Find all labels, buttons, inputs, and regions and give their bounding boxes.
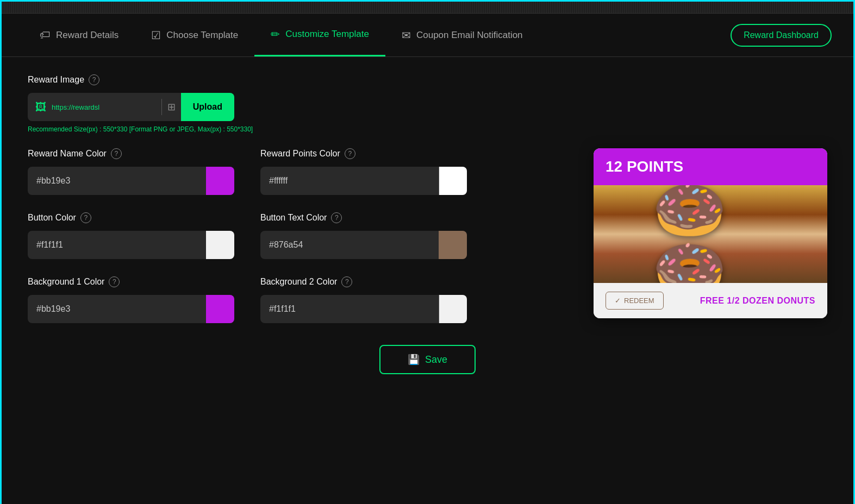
preview-footer: ✓ REDEEM FREE 1/2 DOZEN DONUTS [594, 283, 827, 318]
button-color-help[interactable]: ? [80, 212, 91, 223]
donut-emoji: 🍩🍩🍩 [652, 185, 769, 283]
mail-icon: ✉ [402, 29, 411, 42]
reward-name-color-swatch[interactable] [206, 167, 234, 195]
nav-customize-template[interactable]: ✏ Customize Template [254, 14, 385, 56]
preview-donut-image: 🍩🍩🍩 [594, 185, 827, 283]
button-text-color-swatch[interactable] [439, 231, 467, 259]
button-text-color-field [260, 231, 467, 259]
save-icon: 💾 [408, 354, 420, 366]
redeem-check-icon: ✓ [615, 297, 621, 305]
right-column: Reward Points Color ? Button Text Color … [260, 148, 467, 323]
image-url-icon: 🖼 [35, 101, 46, 114]
background2-color-field [260, 295, 467, 323]
button-text-color-label: Button Text Color [260, 213, 327, 223]
button-color-section: Button Color ? [28, 212, 234, 259]
nav-coupon-email-label: Coupon Email Notification [416, 30, 523, 41]
background2-color-input[interactable] [260, 304, 439, 314]
save-button[interactable]: 💾 Save [379, 345, 476, 374]
reward-points-color-field [260, 167, 467, 195]
reward-points-color-input[interactable] [260, 176, 439, 186]
background1-color-section: Background 1 Color ? [28, 276, 234, 323]
reward-points-color-label: Reward Points Color [260, 149, 340, 159]
button-color-input[interactable] [28, 240, 206, 250]
button-color-swatch[interactable] [206, 231, 234, 259]
button-color-field [28, 231, 234, 259]
button-text-color-section: Button Text Color ? [260, 212, 467, 259]
nav-customize-template-label: Customize Template [285, 29, 369, 40]
upload-url-text: https://rewardsl [52, 103, 99, 111]
reward-points-color-section: Reward Points Color ? [260, 148, 467, 195]
reward-name-color-help[interactable]: ? [111, 148, 122, 159]
nav-reward-details-label: Reward Details [56, 30, 118, 41]
reward-preview-card: 12 POINTS 🍩🍩🍩 ✓ REDEEM FREE 1/2 DOZEN DO… [594, 148, 827, 318]
background1-color-swatch[interactable] [206, 295, 234, 323]
background1-color-label: Background 1 Color [28, 277, 104, 287]
save-button-row: 💾 Save [28, 345, 827, 374]
upload-url-area: 🖼 https://rewardsl [28, 101, 161, 114]
background1-color-help[interactable]: ? [109, 276, 120, 287]
preview-area: 12 POINTS 🍩🍩🍩 ✓ REDEEM FREE 1/2 DOZEN DO… [594, 148, 827, 323]
reward-dashboard-button[interactable]: Reward Dashboard [731, 24, 832, 47]
reward-name-color-section: Reward Name Color ? [28, 148, 234, 195]
button-color-label: Button Color [28, 213, 76, 223]
reward-name-preview: FREE 1/2 DOZEN DONUTS [700, 296, 815, 306]
image-upload-row: 🖼 https://rewardsl ⊞ Upload [28, 93, 234, 121]
checkbox-icon: ☑ [151, 29, 161, 42]
background2-color-help[interactable]: ? [341, 276, 352, 287]
background2-color-label: Background 2 Color [260, 277, 337, 287]
reward-name-color-label: Reward Name Color [28, 149, 107, 159]
background1-color-field [28, 295, 234, 323]
upload-button[interactable]: Upload [181, 93, 234, 121]
preview-points-text: 12 POINTS [606, 158, 815, 175]
redeem-button-label: REDEEM [624, 297, 654, 305]
reward-image-label: Reward Image [28, 75, 84, 85]
top-border [2, 2, 853, 14]
reward-image-section: Reward Image ? [28, 74, 827, 85]
save-button-label: Save [425, 354, 447, 366]
reward-image-help-icon[interactable]: ? [89, 74, 99, 85]
nav-choose-template[interactable]: ☑ Choose Template [135, 14, 254, 56]
background2-color-section: Background 2 Color ? [260, 276, 467, 323]
navigation-bar: 🏷 Reward Details ☑ Choose Template ✏ Cus… [2, 14, 853, 57]
nav-coupon-email[interactable]: ✉ Coupon Email Notification [385, 14, 539, 56]
main-content: Reward Image ? 🖼 https://rewardsl ⊞ Uplo… [2, 57, 853, 504]
nav-choose-template-label: Choose Template [166, 30, 238, 41]
background1-color-input[interactable] [28, 304, 206, 314]
nav-reward-details[interactable]: 🏷 Reward Details [23, 14, 135, 56]
button-text-color-input[interactable] [260, 240, 439, 250]
recommended-size-text: Recommended Size(px) : 550*330 [Format P… [28, 125, 827, 133]
donut-bg: 🍩🍩🍩 [594, 185, 827, 283]
left-column: Reward Name Color ? Button Color ? [28, 148, 234, 323]
reward-points-color-swatch[interactable] [439, 167, 467, 195]
redeem-button[interactable]: ✓ REDEEM [606, 292, 664, 310]
reward-points-color-help[interactable]: ? [345, 148, 355, 159]
background2-color-swatch[interactable] [439, 295, 467, 323]
edit-icon: ✏ [271, 28, 280, 41]
reward-name-color-input[interactable] [28, 176, 206, 186]
button-text-color-help[interactable]: ? [331, 212, 342, 223]
reward-name-color-field [28, 167, 234, 195]
ribbon-icon: 🏷 [40, 29, 51, 41]
preview-header: 12 POINTS [594, 148, 827, 185]
table-icon: ⊞ [162, 101, 181, 113]
